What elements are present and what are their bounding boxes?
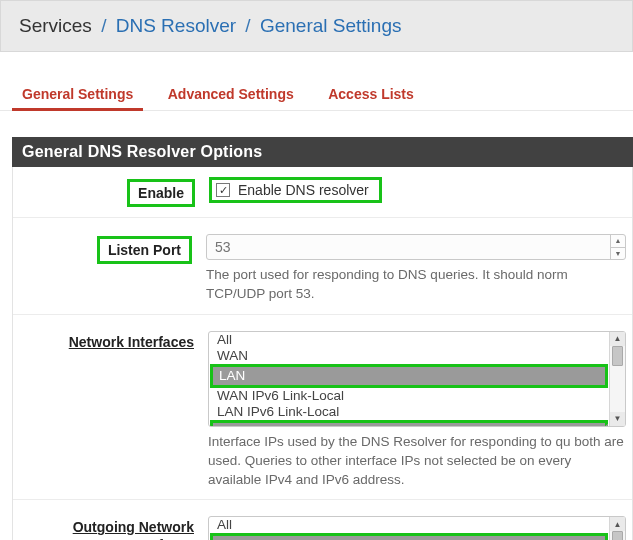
scroll-up-icon[interactable]: ▲ <box>610 517 625 531</box>
list-item[interactable]: All <box>209 332 609 348</box>
enable-checkbox-label: Enable DNS resolver <box>238 182 369 198</box>
listen-port-input[interactable] <box>207 235 610 259</box>
outgoing-interfaces-listbox[interactable]: All WAN LAN WAN IPv6 Link-Local LAN IPv6… <box>208 516 626 540</box>
label-outgoing-interfaces: Outgoing Network Interfaces <box>73 519 194 540</box>
breadcrumb: Services / DNS Resolver / General Settin… <box>0 0 633 52</box>
label-enable: Enable <box>127 179 195 207</box>
list-item[interactable]: WAN IPv6 Link-Local <box>209 388 609 404</box>
list-item-selected[interactable]: WAN <box>210 533 608 540</box>
tab-advanced-settings[interactable]: Advanced Settings <box>158 78 304 110</box>
enable-checkbox[interactable]: ✓ <box>216 183 230 197</box>
label-listen-port: Listen Port <box>97 236 192 264</box>
network-interfaces-help: Interface IPs used by the DNS Resolver f… <box>208 433 626 490</box>
scrollbar[interactable]: ▲ ▼ <box>609 517 625 540</box>
listen-port-spinner[interactable]: ▲ ▼ <box>610 235 625 259</box>
listen-port-help: The port used for responding to DNS quer… <box>206 266 626 304</box>
scroll-down-icon[interactable]: ▼ <box>610 412 625 426</box>
breadcrumb-item-1[interactable]: General Settings <box>260 15 402 36</box>
breadcrumb-sep: / <box>245 15 250 36</box>
resize-handle-icon[interactable] <box>597 414 609 426</box>
list-item-selected[interactable]: Localhost <box>210 420 608 426</box>
scroll-up-icon[interactable]: ▲ <box>610 332 625 346</box>
list-item[interactable]: All <box>209 517 609 533</box>
breadcrumb-sep: / <box>101 15 106 36</box>
list-item[interactable]: LAN IPv6 Link-Local <box>209 404 609 420</box>
spinner-down-icon[interactable]: ▼ <box>611 248 625 260</box>
tab-general-settings[interactable]: General Settings <box>12 78 143 110</box>
listen-port-input-wrap[interactable]: ▲ ▼ <box>206 234 626 260</box>
panel-title: General DNS Resolver Options <box>12 137 633 167</box>
network-interfaces-listbox[interactable]: All WAN LAN WAN IPv6 Link-Local LAN IPv6… <box>208 331 626 427</box>
panel-general-dns-resolver: General DNS Resolver Options Enable ✓ En… <box>12 137 633 540</box>
tab-bar: General Settings Advanced Settings Acces… <box>0 78 633 111</box>
enable-checkbox-wrap[interactable]: ✓ Enable DNS resolver <box>209 177 382 203</box>
list-item[interactable]: WAN <box>209 348 609 364</box>
scrollbar[interactable]: ▲ ▼ <box>609 332 625 426</box>
tab-access-lists[interactable]: Access Lists <box>318 78 424 110</box>
breadcrumb-root: Services <box>19 15 92 36</box>
breadcrumb-item-0[interactable]: DNS Resolver <box>116 15 236 36</box>
label-network-interfaces: Network Interfaces <box>69 334 194 350</box>
spinner-up-icon[interactable]: ▲ <box>611 235 625 248</box>
list-item-selected[interactable]: LAN <box>210 364 608 388</box>
